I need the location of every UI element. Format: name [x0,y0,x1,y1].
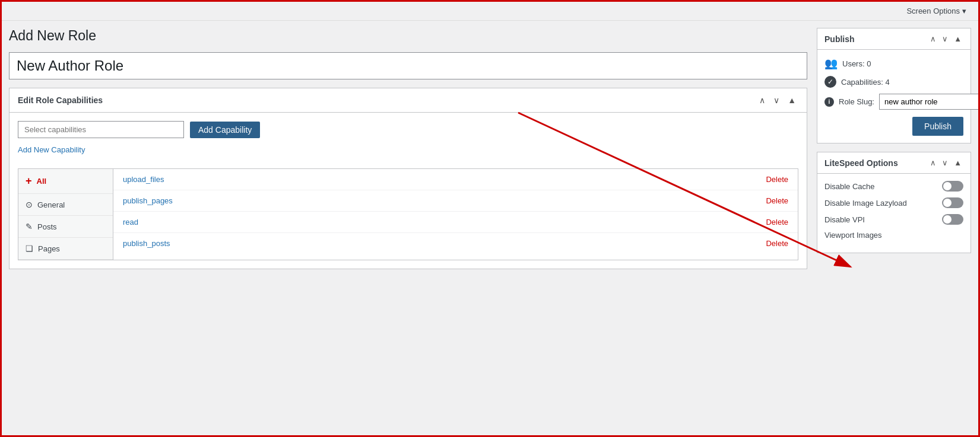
plus-icon: + [26,175,32,187]
capabilities-body: Add Capability Add New Capability + All … [9,113,807,269]
capabilities-count-row: ✓ Capabilities: 4 [824,76,963,88]
capabilities-box-title: Edit Role Capabilities [18,95,103,105]
pages-icon: ❏ [26,244,33,253]
category-item-pages[interactable]: ❏ Pages [18,238,113,260]
add-capability-button[interactable]: Add Capability [190,122,260,138]
publish-button[interactable]: Publish [912,117,963,136]
publish-collapse-up[interactable] [928,33,938,44]
disable-lazyload-label: Disable Image Lazyload [824,199,907,208]
disable-vpi-label: Disable VPI [824,215,865,224]
screen-options-button[interactable]: Screen Options ▾ [902,4,971,18]
disable-cache-row: Disable Cache [824,181,963,192]
table-row: publish_pages Delete [113,190,798,212]
litespeed-controls [928,157,963,168]
category-label-all: All [37,177,47,186]
users-icon: 👥 [824,57,838,70]
capabilities-box: Edit Role Capabilities Add Capability Ad… [9,88,807,269]
publish-box-header: Publish [817,28,971,50]
left-column: Add New Role Edit Role Capabilities Add … [9,28,807,269]
disable-cache-toggle[interactable] [942,181,963,192]
capabilities-header: Edit Role Capabilities [9,88,807,113]
table-row: publish_posts Delete [113,233,798,254]
disable-cache-label: Disable Cache [824,182,875,191]
disable-lazyload-toggle[interactable] [942,197,963,208]
litespeed-collapse-up[interactable] [928,157,938,168]
right-column: Publish 👥 Users: 0 ✓ Capabilities: 4 [817,28,971,261]
capability-upload-files[interactable]: upload_files [123,175,164,184]
litespeed-body: Disable Cache Disable Image Lazyload Dis… [817,174,971,253]
info-icon: i [824,97,834,107]
publish-box-controls [928,33,963,44]
disable-vpi-toggle[interactable] [942,214,963,225]
role-slug-input[interactable] [879,94,980,110]
category-item-all[interactable]: + All [18,169,113,194]
screen-options-label: Screen Options [906,7,960,15]
top-bar: Screen Options ▾ [2,2,978,21]
posts-icon: ✎ [26,222,33,231]
role-slug-row: i Role Slug: [824,94,963,110]
litespeed-title: LiteSpeed Options [824,158,898,168]
role-slug-label: Role Slug: [839,97,874,106]
capability-publish-posts[interactable]: publish_posts [123,239,170,248]
wordpress-icon: ⊙ [26,200,33,209]
main-wrap: Add New Role Edit Role Capabilities Add … [2,21,978,269]
capabilities-count-label: Capabilities: 4 [841,78,890,87]
collapse-tri-button[interactable] [785,94,798,106]
disable-vpi-row: Disable VPI [824,214,963,225]
publish-box-body: 👥 Users: 0 ✓ Capabilities: 4 i Role Slug… [817,50,971,143]
collapse-down-button[interactable] [771,94,782,106]
chevron-down-icon: ▾ [962,7,966,15]
add-new-capability-link[interactable]: Add New Capability [18,145,85,154]
publish-collapse-down[interactable] [940,33,950,44]
category-sidebar: + All ⊙ General ✎ Posts [18,169,113,260]
category-label-general: General [37,200,65,209]
category-table: + All ⊙ General ✎ Posts [18,168,798,260]
delete-read[interactable]: Delete [766,218,788,227]
capability-read[interactable]: read [123,218,138,227]
table-row: read Delete [113,212,798,233]
category-label-pages: Pages [38,244,60,253]
capabilities-list: upload_files Delete publish_pages Delete… [113,169,798,260]
delete-upload-files[interactable]: Delete [766,175,788,184]
page-title: Add New Role [9,28,807,44]
capability-publish-pages[interactable]: publish_pages [123,196,173,205]
check-icon: ✓ [824,76,836,88]
litespeed-collapse-down[interactable] [940,157,950,168]
disable-lazyload-row: Disable Image Lazyload [824,197,963,208]
category-label-posts: Posts [37,222,57,231]
delete-publish-posts[interactable]: Delete [766,239,788,248]
select-row: Add Capability [18,121,798,138]
select-capabilities-input[interactable] [18,121,184,138]
collapse-up-button[interactable] [757,94,767,106]
delete-publish-pages[interactable]: Delete [766,196,788,205]
publish-box-title: Publish [824,34,855,44]
litespeed-header: LiteSpeed Options [817,152,971,174]
role-name-input[interactable] [9,52,807,79]
header-controls [757,94,798,106]
category-item-posts[interactable]: ✎ Posts [18,216,113,238]
publish-box: Publish 👥 Users: 0 ✓ Capabilities: 4 [817,28,971,143]
users-label: Users: 0 [842,59,871,68]
users-row: 👥 Users: 0 [824,57,963,70]
litespeed-collapse-tri[interactable] [952,157,963,168]
category-item-general[interactable]: ⊙ General [18,194,113,216]
viewport-images-row: Viewport Images [824,231,963,240]
viewport-images-label: Viewport Images [824,231,882,240]
main-layout: Add New Role Edit Role Capabilities Add … [2,21,978,269]
litespeed-box: LiteSpeed Options Disable Cache Disable … [817,152,971,253]
table-row: upload_files Delete [113,169,798,190]
publish-collapse-tri[interactable] [952,33,963,44]
